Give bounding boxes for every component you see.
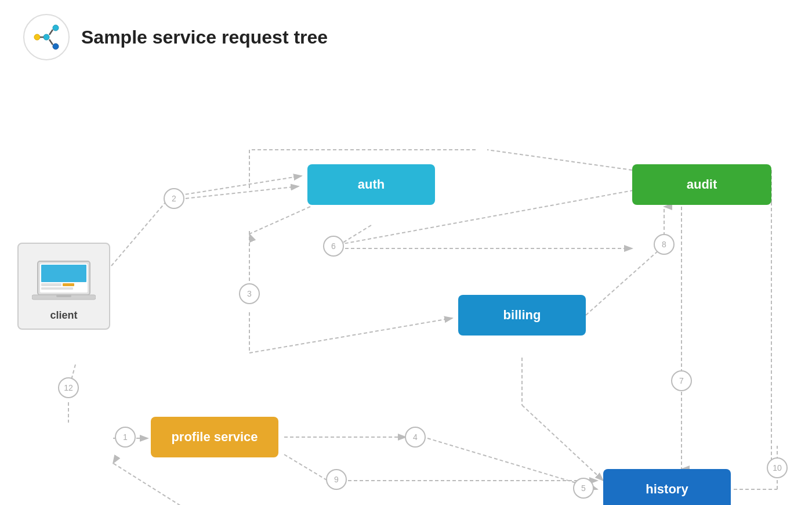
svg-line-13 (249, 318, 452, 353)
circle-8: 8 (654, 234, 675, 255)
svg-rect-48 (56, 295, 71, 297)
node-billing: billing (458, 295, 586, 336)
node-auth: auth (307, 164, 435, 205)
circle-3: 3 (239, 283, 260, 304)
circle-5: 5 (573, 478, 594, 499)
svg-line-40 (249, 207, 310, 234)
audit-label: audit (687, 177, 717, 192)
svg-line-9 (111, 199, 168, 266)
node-profile-service: profile service (151, 417, 278, 457)
node-client: client (17, 243, 110, 330)
svg-line-38 (522, 405, 603, 481)
diagram-container: client auth audit billing profile servic… (0, 74, 812, 505)
svg-rect-45 (63, 283, 74, 286)
svg-line-6 (49, 39, 53, 45)
history-label: history (646, 482, 688, 497)
svg-point-1 (53, 25, 59, 31)
circle-7: 7 (671, 370, 692, 391)
logo (23, 14, 70, 60)
client-label: client (50, 309, 77, 322)
profile-label: profile service (171, 430, 258, 445)
svg-point-0 (34, 34, 40, 40)
circle-9: 9 (326, 469, 347, 490)
header: Sample service request tree (0, 0, 812, 74)
page-title: Sample service request tree (81, 27, 328, 48)
svg-line-5 (49, 30, 53, 35)
svg-line-32 (487, 150, 632, 170)
circle-4: 4 (405, 427, 426, 448)
svg-point-2 (53, 44, 59, 49)
svg-rect-44 (41, 283, 61, 286)
laptop-icon (32, 258, 96, 305)
logo-icon (31, 22, 61, 52)
circle-6: 6 (323, 236, 344, 257)
node-history: history (603, 469, 731, 505)
circle-1: 1 (115, 427, 136, 448)
svg-line-21 (586, 246, 664, 315)
svg-point-3 (44, 34, 49, 40)
node-audit: audit (632, 164, 771, 205)
auth-label: auth (358, 177, 385, 192)
circle-2: 2 (164, 188, 184, 209)
circle-12: 12 (58, 377, 79, 398)
svg-line-23 (284, 454, 328, 481)
svg-line-15 (427, 438, 597, 489)
circle-10: 10 (767, 457, 788, 478)
svg-line-29 (113, 463, 215, 505)
billing-label: billing (503, 308, 541, 323)
svg-rect-43 (41, 265, 86, 282)
svg-rect-46 (41, 287, 73, 290)
